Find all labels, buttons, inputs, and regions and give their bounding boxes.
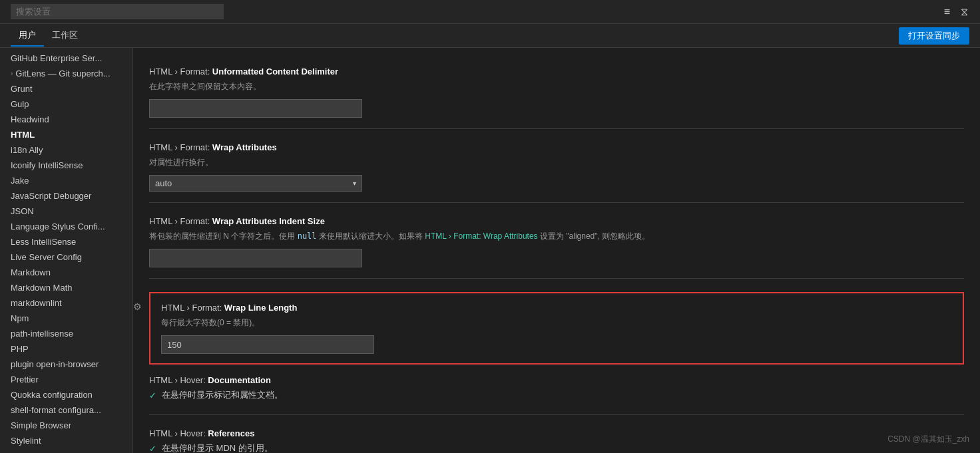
top-bar: ≡ ⧖ [0,0,980,24]
dropdown-arrow-icon: ▾ [353,180,356,187]
tab-workspace[interactable]: 工作区 [44,25,86,47]
sidebar-item-label: plugin open-in-browser [11,359,99,369]
checkmark-icon-2: ✓ [149,444,156,454]
sidebar-item-markdown-math[interactable]: Markdown Math [0,280,132,295]
sidebar-item-label: GitLens — Git superch... [15,69,110,78]
sidebar-item-php[interactable]: PHP [0,341,132,357]
tabs-row: 用户 工作区 打开设置同步 [0,24,980,48]
list-icon[interactable]: ≡ [943,5,951,19]
search-input[interactable] [11,4,224,19]
wrap-indent-input[interactable] [149,249,362,267]
sidebar-item-html[interactable]: HTML [0,127,132,142]
setting-desc-4: 每行最大字符数(0 = 禁用)。 [161,317,952,329]
sidebar-item-label: Npm [11,313,29,323]
sidebar-item-simple-browser[interactable]: Simple Browser [0,418,132,433]
sidebar-item-label: Headwind [11,114,49,124]
sidebar-item-gitlens[interactable]: › GitLens — Git superch... [0,66,132,81]
sidebar-item-label: Markdown [11,267,51,277]
chevron-icon: › [11,70,13,77]
setting-title-1: HTML › Format: Unformatted Content Delim… [149,67,964,76]
setting-title-5: HTML › Hover: Documentation [149,375,964,385]
sidebar-item-label: Stylelint [11,436,41,446]
setting-desc-2: 对属性进行换行。 [149,156,964,168]
setting-wrap-line-length: HTML › Format: Wrap Line Length 每行最大字符数(… [149,292,964,365]
setting-title-6: HTML › Hover: References [149,428,964,438]
setting-desc-1: 在此字符串之间保留文本内容。 [149,80,964,92]
sidebar-item-label: Less IntelliSense [11,237,76,247]
sidebar-item-prettier[interactable]: Prettier [0,372,132,387]
unformatted-input[interactable] [149,99,362,118]
tab-user[interactable]: 用户 [11,25,44,47]
filter-icon[interactable]: ⧖ [959,5,969,19]
sidebar-item-stylelint[interactable]: Stylelint [0,433,132,448]
sidebar-item-label: Language Stylus Confi... [11,222,105,231]
sidebar-item-label: shell-format configura... [11,405,101,415]
setting-title-4: HTML › Format: Wrap Line Length [161,303,952,313]
gear-icon: ⚙ [133,301,142,312]
sidebar-item-github[interactable]: GitHub Enterprise Ser... [0,51,132,66]
sidebar-item-label: GitHub Enterprise Ser... [11,53,102,63]
sidebar-item-label: Prettier [11,375,39,384]
hover-refs-label: 在悬停时显示 MDN 的引用。 [162,442,273,453]
setting-wrap-attributes: HTML › Format: Wrap Attributes 对属性进行换行。 … [149,142,964,203]
hover-doc-checkbox-row: ✓ 在悬停时显示标记和属性文档。 [149,389,964,401]
sidebar-item-headwind[interactable]: Headwind [0,112,132,127]
watermark: CSDN @温其如玉_zxh [887,434,969,445]
hover-doc-label: 在悬停时显示标记和属性文档。 [162,389,283,401]
wrap-attributes-dropdown[interactable]: auto ▾ [149,175,362,192]
sidebar-item-live-server[interactable]: Live Server Config [0,249,132,265]
checkmark-icon: ✓ [149,390,156,400]
sidebar-item-gulp[interactable]: Gulp [0,96,132,112]
sidebar-item-label: Simple Browser [11,420,71,430]
sidebar-item-language-stylus[interactable]: Language Stylus Confi... [0,219,132,234]
sidebar-item-label: Live Server Config [11,252,82,262]
hover-refs-checkbox-row: ✓ 在悬停时显示 MDN 的引用。 [149,442,964,453]
sidebar-item-label: PHP [11,344,29,354]
sidebar-item-label: Jake [11,176,29,186]
sidebar-item-grunt[interactable]: Grunt [0,81,132,96]
setting-unformatted-delimiter: HTML › Format: Unformatted Content Delim… [149,67,964,129]
setting-hover-refs: HTML › Hover: References ✓ 在悬停时显示 MDN 的引… [149,428,964,453]
sidebar-item-markdown[interactable]: Markdown [0,265,132,280]
sidebar-item-quokka[interactable]: Quokka configuration [0,387,132,402]
wrap-line-length-container: ⚙ HTML › Format: Wrap Line Length 每行最大字符… [149,292,964,365]
sidebar-item-less[interactable]: Less IntelliSense [0,234,132,249]
setting-desc-3: 将包装的属性缩进到 N 个字符之后。使用 null 来使用默认缩进大小。如果将 … [149,230,964,242]
sidebar-item-label: Iconify IntelliSense [11,160,83,170]
sidebar-item-label: JavaScript Debugger [11,191,91,201]
sidebar: GitHub Enterprise Ser... › GitLens — Git… [0,48,133,453]
setting-title-3: HTML › Format: Wrap Attributes Indent Si… [149,216,964,226]
sidebar-item-npm[interactable]: Npm [0,311,132,326]
sidebar-item-i18n[interactable]: i18n Ally [0,142,132,158]
sidebar-item-markdownlint[interactable]: markdownlint [0,295,132,311]
sidebar-item-label: JSON [11,206,34,216]
sidebar-item-label: i18n Ally [11,145,43,155]
sync-button[interactable]: 打开设置同步 [899,27,969,45]
sidebar-item-plugin-open-in-browser[interactable]: plugin open-in-browser [0,357,132,372]
sidebar-item-path-intellisense[interactable]: path-intellisense [0,326,132,341]
sidebar-item-label: HTML [11,130,35,140]
sidebar-item-json[interactable]: JSON [0,204,132,219]
main-layout: GitHub Enterprise Ser... › GitLens — Git… [0,48,980,453]
sidebar-item-label: path-intellisense [11,329,73,339]
sidebar-item-label: Grunt [11,84,33,94]
setting-hover-doc: HTML › Hover: Documentation ✓ 在悬停时显示标记和属… [149,375,964,415]
top-bar-icons: ≡ ⧖ [943,5,969,19]
sidebar-item-js-debugger[interactable]: JavaScript Debugger [0,188,132,204]
sidebar-item-label: Markdown Math [11,283,72,293]
sidebar-item-label: Gulp [11,99,29,109]
sidebar-item-iconify[interactable]: Iconify IntelliSense [0,158,132,173]
setting-wrap-indent: HTML › Format: Wrap Attributes Indent Si… [149,216,964,279]
content-area: HTML › Format: Unformatted Content Delim… [133,48,980,453]
wrap-line-length-input[interactable] [161,335,374,354]
sidebar-item-label: markdownlint [11,298,62,308]
sidebar-item-label: Quokka configuration [11,390,93,400]
sidebar-item-shell-format[interactable]: shell-format configura... [0,402,132,418]
setting-title-2: HTML › Format: Wrap Attributes [149,142,964,152]
sidebar-item-jake[interactable]: Jake [0,173,132,188]
